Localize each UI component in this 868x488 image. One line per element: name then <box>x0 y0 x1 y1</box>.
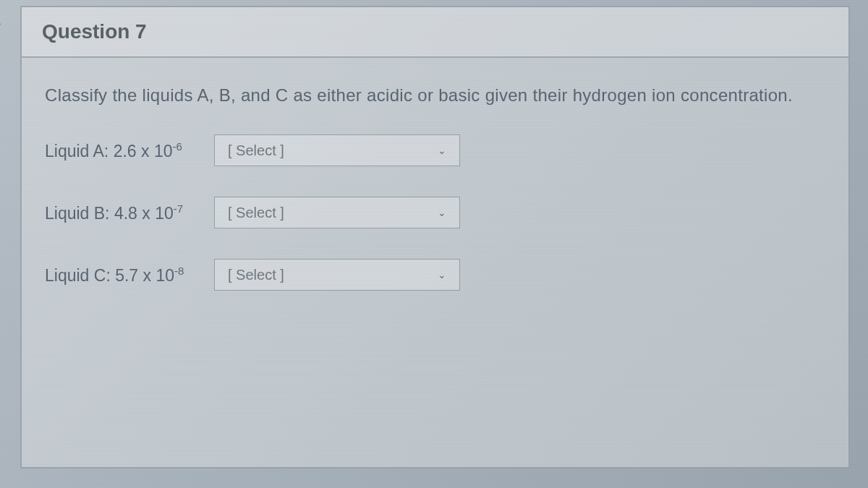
chevron-down-icon: ⌄ <box>438 207 446 218</box>
liquid-row-b: Liquid B: 4.8 x 10-7 [ Select ] ⌄ <box>45 197 825 228</box>
liquid-a-label: Liquid A: 2.6 x 10-6 <box>45 140 204 161</box>
liquid-c-select[interactable]: [ Select ] ⌄ <box>214 259 460 291</box>
liquid-b-select-placeholder: [ Select ] <box>228 205 284 221</box>
liquid-c-select-placeholder: [ Select ] <box>228 267 284 283</box>
liquid-row-a: Liquid A: 2.6 x 10-6 [ Select ] ⌄ <box>45 134 825 166</box>
liquid-a-select-placeholder: [ Select ] <box>228 142 284 159</box>
instruction-text: Classify the liquids A, B, and C as eith… <box>45 85 825 106</box>
liquid-b-label: Liquid B: 4.8 x 10-7 <box>45 202 204 223</box>
liquid-a-select[interactable]: [ Select ] ⌄ <box>214 134 460 166</box>
liquid-c-label-prefix: Liquid C: 5.7 x 10 <box>45 265 174 284</box>
liquid-a-label-prefix: Liquid A: 2.6 x 10 <box>45 141 172 160</box>
chevron-down-icon: ⌄ <box>438 145 446 156</box>
question-header: Question 7 <box>22 7 848 58</box>
liquid-b-select[interactable]: [ Select ] ⌄ <box>214 197 460 228</box>
liquid-c-label: Liquid C: 5.7 x 10-8 <box>45 265 204 286</box>
liquid-a-label-exp: -6 <box>172 140 182 153</box>
liquid-b-label-prefix: Liquid B: 4.8 x 10 <box>45 203 174 222</box>
prev-question-icon[interactable]: 〉 <box>0 13 12 36</box>
question-body: Classify the liquids A, B, and C as eith… <box>22 58 848 348</box>
chevron-down-icon: ⌄ <box>438 269 446 281</box>
liquid-row-c: Liquid C: 5.7 x 10-8 [ Select ] ⌄ <box>45 259 825 291</box>
question-card: Question 7 Classify the liquids A, B, an… <box>20 6 850 468</box>
liquid-b-label-exp: -7 <box>174 202 183 215</box>
question-title: Question 7 <box>42 20 828 43</box>
liquid-c-label-exp: -8 <box>174 265 184 277</box>
